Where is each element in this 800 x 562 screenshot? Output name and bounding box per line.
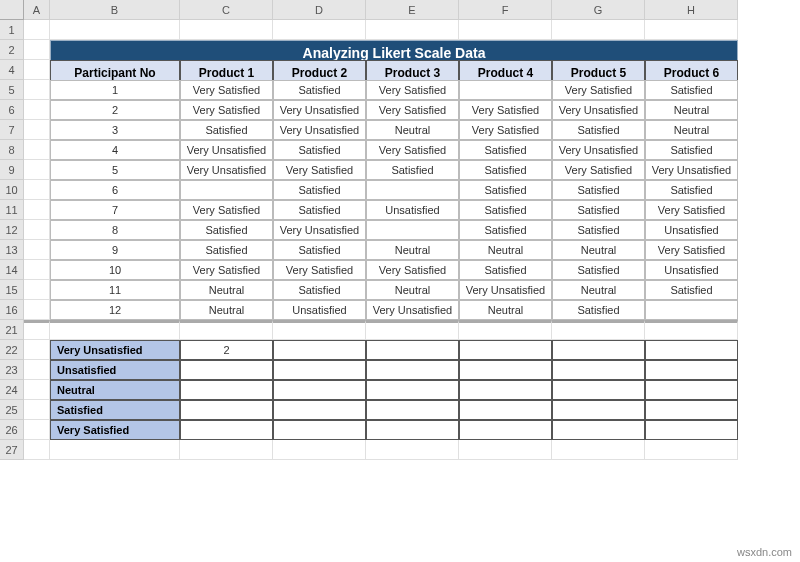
row-header[interactable]: 11 [0, 200, 24, 220]
summary-cell[interactable] [459, 340, 552, 360]
summary-cell[interactable] [366, 420, 459, 440]
cell[interactable] [552, 320, 645, 340]
row-header[interactable]: 4 [0, 60, 24, 80]
cell[interactable] [24, 100, 50, 120]
row-header[interactable]: 8 [0, 140, 24, 160]
data-cell[interactable]: Satisfied [552, 200, 645, 220]
summary-cell[interactable] [459, 360, 552, 380]
data-cell[interactable]: Neutral [366, 240, 459, 260]
cell[interactable] [24, 320, 50, 340]
column-header[interactable]: C [180, 0, 273, 20]
column-header[interactable]: E [366, 0, 459, 20]
data-cell[interactable]: Very Satisfied [273, 160, 366, 180]
cell[interactable] [24, 180, 50, 200]
data-cell[interactable]: Neutral [645, 120, 738, 140]
cell[interactable] [24, 40, 50, 60]
summary-cell[interactable] [273, 340, 366, 360]
data-cell[interactable]: Very Unsatisfied [552, 140, 645, 160]
row-header[interactable]: 1 [0, 20, 24, 40]
participant-cell[interactable]: 8 [50, 220, 180, 240]
data-cell[interactable]: Very Unsatisfied [180, 160, 273, 180]
data-cell[interactable]: Neutral [180, 300, 273, 320]
data-cell[interactable]: Very Satisfied [366, 260, 459, 280]
summary-cell[interactable] [273, 420, 366, 440]
participant-cell[interactable]: 4 [50, 140, 180, 160]
data-cell[interactable]: Unsatisfied [366, 200, 459, 220]
column-header[interactable]: H [645, 0, 738, 20]
data-cell[interactable]: Satisfied [552, 300, 645, 320]
row-header[interactable]: 2 [0, 40, 24, 60]
participant-cell[interactable]: 10 [50, 260, 180, 280]
participant-cell[interactable]: 2 [50, 100, 180, 120]
summary-cell[interactable] [645, 400, 738, 420]
row-header[interactable]: 21 [0, 320, 24, 340]
cell[interactable] [24, 20, 50, 40]
row-header[interactable]: 27 [0, 440, 24, 460]
data-cell[interactable]: Satisfied [645, 80, 738, 100]
data-cell[interactable] [180, 180, 273, 200]
participant-cell[interactable]: 11 [50, 280, 180, 300]
column-header[interactable]: A [24, 0, 50, 20]
data-cell[interactable]: Satisfied [552, 180, 645, 200]
summary-cell[interactable] [180, 400, 273, 420]
cell[interactable] [24, 60, 50, 80]
data-cell[interactable]: Neutral [459, 300, 552, 320]
row-header[interactable]: 24 [0, 380, 24, 400]
cell[interactable] [645, 320, 738, 340]
summary-cell[interactable] [180, 360, 273, 380]
data-cell[interactable]: Satisfied [273, 140, 366, 160]
data-cell[interactable]: Neutral [645, 100, 738, 120]
summary-cell[interactable] [552, 380, 645, 400]
cell[interactable] [24, 200, 50, 220]
row-header[interactable]: 9 [0, 160, 24, 180]
select-all-corner[interactable] [0, 0, 24, 20]
cell[interactable] [24, 380, 50, 400]
summary-cell[interactable] [645, 340, 738, 360]
summary-cell[interactable] [273, 380, 366, 400]
data-cell[interactable]: Satisfied [645, 180, 738, 200]
summary-cell[interactable] [366, 360, 459, 380]
data-cell[interactable]: Very Satisfied [552, 160, 645, 180]
data-cell[interactable]: Satisfied [273, 80, 366, 100]
cell[interactable] [50, 440, 180, 460]
data-cell[interactable]: Neutral [366, 280, 459, 300]
summary-cell[interactable] [366, 400, 459, 420]
cell[interactable] [273, 440, 366, 460]
cell[interactable] [24, 160, 50, 180]
data-cell[interactable]: Satisfied [273, 280, 366, 300]
data-cell[interactable]: Satisfied [459, 160, 552, 180]
data-cell[interactable]: Satisfied [459, 200, 552, 220]
data-cell[interactable]: Neutral [459, 240, 552, 260]
data-cell[interactable]: Satisfied [645, 280, 738, 300]
cell[interactable] [552, 20, 645, 40]
data-cell[interactable]: Neutral [552, 240, 645, 260]
participant-cell[interactable]: 1 [50, 80, 180, 100]
data-cell[interactable]: Very Satisfied [366, 80, 459, 100]
data-cell[interactable] [645, 300, 738, 320]
data-cell[interactable]: Very Satisfied [552, 80, 645, 100]
cell[interactable] [24, 140, 50, 160]
row-header[interactable]: 10 [0, 180, 24, 200]
cell[interactable] [24, 440, 50, 460]
cell[interactable] [366, 20, 459, 40]
data-cell[interactable]: Satisfied [552, 220, 645, 240]
data-cell[interactable]: Very Satisfied [459, 100, 552, 120]
data-cell[interactable]: Neutral [366, 120, 459, 140]
summary-cell[interactable] [273, 400, 366, 420]
data-cell[interactable]: Very Unsatisfied [273, 100, 366, 120]
data-cell[interactable] [366, 180, 459, 200]
cell[interactable] [50, 20, 180, 40]
cell[interactable] [180, 440, 273, 460]
data-cell[interactable] [459, 80, 552, 100]
data-cell[interactable]: Very Unsatisfied [180, 140, 273, 160]
data-cell[interactable]: Very Unsatisfied [366, 300, 459, 320]
data-cell[interactable]: Very Satisfied [273, 260, 366, 280]
summary-cell[interactable] [180, 420, 273, 440]
data-cell[interactable]: Very Satisfied [645, 240, 738, 260]
data-cell[interactable]: Very Satisfied [366, 100, 459, 120]
cell[interactable] [552, 440, 645, 460]
row-header[interactable]: 12 [0, 220, 24, 240]
cell[interactable] [459, 20, 552, 40]
row-header[interactable]: 22 [0, 340, 24, 360]
data-cell[interactable]: Satisfied [366, 160, 459, 180]
